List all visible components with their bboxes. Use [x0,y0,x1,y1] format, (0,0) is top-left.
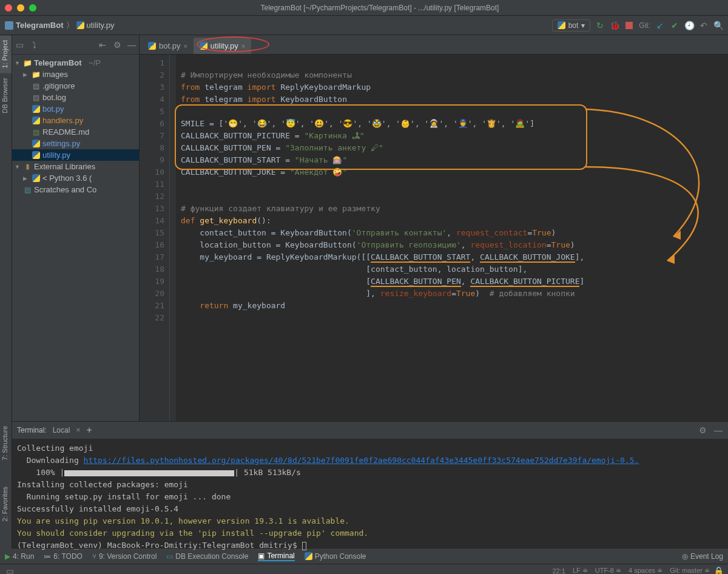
caret-position[interactable]: 22:1 [552,567,565,575]
project-tool-tab[interactable]: 1: Project [0,35,12,73]
python-file-icon [76,21,84,29]
git-branch[interactable]: Git: master ≑ [670,567,710,574]
code-editor[interactable]: # Импортируем необходимые компоненты fro… [176,55,728,421]
tree-file-gitignore[interactable]: ▤.gitignore [12,80,139,92]
breadcrumb[interactable]: TelegramBot 〉 utility.py [5,20,115,31]
settings-gear-icon[interactable]: ⚙ [698,425,707,435]
run-icon[interactable]: ↻ [595,21,605,30]
git-commit-icon[interactable]: ✔ [670,21,679,30]
svg-marker-0 [673,231,681,240]
python-file-icon [148,42,156,50]
line-numbers[interactable]: 1 2 3 4 5 6 7 8 9 10 11 12 13 14 15 16 1… [140,55,170,421]
tree-folder-images[interactable]: ▶📁images [12,69,139,80]
hide-icon[interactable]: — [127,40,136,50]
run-config-label: bot [568,21,579,30]
close-icon[interactable] [5,4,12,12]
editor-tab-utility[interactable]: utility.py× [194,38,251,54]
settings-gear-icon[interactable]: ⚙ [112,40,122,50]
close-icon[interactable]: × [183,42,187,50]
tool-window-tabs-left-bottom: 7: Structure 2: Favorites [0,421,12,549]
stop-icon[interactable] [624,21,634,30]
vcs-tool-tab[interactable]: ⑂9: Version Control [92,552,157,561]
svg-marker-1 [667,255,675,264]
db-console-tool-tab[interactable]: ▭DB Execution Console [166,552,248,561]
annotation-arrow [582,106,728,276]
project-panel-header: ▭ ⤵ ⇤ ⚙ — [12,35,139,55]
terminal-header: Terminal: Local × + ⚙ — [12,422,728,439]
breadcrumb-file[interactable]: utility.py [87,21,115,30]
tree-file-utility[interactable]: utility.py [12,149,139,161]
tree-file-settings[interactable]: settings.py [12,138,139,149]
line-separator[interactable]: LF ≑ [573,567,588,574]
breadcrumb-project[interactable]: TelegramBot [16,21,64,30]
terminal-tool-tab[interactable]: ▣Terminal [258,552,294,561]
status-bar: ▭ 22:1 LF ≑ UTF-8 ≑ 4 spaces ≑ Git: mast… [0,564,728,574]
python-file-icon [200,42,207,50]
close-icon[interactable]: × [241,42,245,50]
fold-column[interactable] [170,55,176,421]
editor-tabs: bot.py× utility.py× [140,35,728,55]
debug-icon[interactable]: 🐞 [610,21,619,30]
project-panel: ▭ ⤵ ⇤ ⚙ — ▼📁 TelegramBot ~/P ▶📁images ▤.… [12,35,140,421]
minimize-icon[interactable] [17,4,24,12]
indent-settings[interactable]: 4 spaces ≑ [629,567,662,574]
run-configuration-selector[interactable]: bot ▾ [552,19,591,32]
chevron-down-icon: ▾ [581,21,585,30]
window-controls [5,4,36,12]
git-label: Git: [639,21,650,30]
editor-area: bot.py× utility.py× 1 2 3 4 5 6 7 8 9 10… [140,35,728,421]
terminal-tab-local[interactable]: Local [53,426,70,434]
progress-bar [64,470,234,476]
tree-root[interactable]: ▼📁 TelegramBot ~/P [12,57,139,69]
folder-icon [5,21,13,30]
todo-tool-tab[interactable]: ≔6: TODO [44,552,83,561]
search-icon[interactable]: 🔍 [713,21,723,30]
terminal-output[interactable]: Collecting emoji Downloading https://fil… [12,439,728,548]
tool-windows-icon[interactable]: ▭ [5,566,15,575]
hide-icon[interactable]: — [713,425,723,435]
tree-file-handlers[interactable]: handlers.py [12,115,139,126]
event-log-tab[interactable]: ◎Event Log [682,552,723,561]
scroll-from-icon[interactable]: ⤵ [29,40,39,50]
cursor [302,542,306,550]
new-terminal-icon[interactable]: + [86,425,92,436]
tree-external-libs[interactable]: ▼⫴External Libraries [12,161,139,172]
project-tree[interactable]: ▼📁 TelegramBot ~/P ▶📁images ▤.gitignore … [12,55,139,198]
tree-file-readme[interactable]: ▤README.md [12,126,139,138]
lock-icon[interactable]: 🔒 [713,566,723,575]
tree-python-env[interactable]: ▶< Python 3.6 ( [12,172,139,184]
favorites-tool-tab[interactable]: 2: Favorites [0,482,10,526]
db-browser-tool-tab[interactable]: DB Browser [0,73,12,118]
python-icon [558,21,565,29]
tree-file-botlog[interactable]: ▤bot.log [12,92,139,103]
tree-file-botpy[interactable]: bot.py [12,103,139,115]
run-tool-tab[interactable]: ▶4: Run [5,552,34,561]
git-history-icon[interactable]: 🕘 [684,21,694,30]
python-console-tool-tab[interactable]: Python Console [305,552,366,561]
window-title: TelegramBot [~/PycharmProjects/TelegramB… [36,4,723,12]
editor-tab-bot[interactable]: bot.py× [142,38,194,54]
maximize-icon[interactable] [29,4,36,12]
git-revert-icon[interactable]: ↶ [699,21,709,30]
tool-window-tabs-left-top: 1: Project DB Browser [0,35,12,421]
git-update-icon[interactable]: ↙ [655,21,665,30]
titlebar: TelegramBot [~/PycharmProjects/TelegramB… [0,0,728,16]
file-encoding[interactable]: UTF-8 ≑ [595,567,621,574]
structure-tool-tab[interactable]: 7: Structure [0,421,10,465]
navigation-bar: TelegramBot 〉 utility.py bot ▾ ↻ 🐞 Git: … [0,16,728,35]
terminal-title: Terminal: [17,426,47,434]
tree-scratches[interactable]: ▤Scratches and Co [12,184,139,195]
collapse-icon[interactable]: ⇤ [98,40,107,50]
project-view-icon[interactable]: ▭ [15,40,24,50]
